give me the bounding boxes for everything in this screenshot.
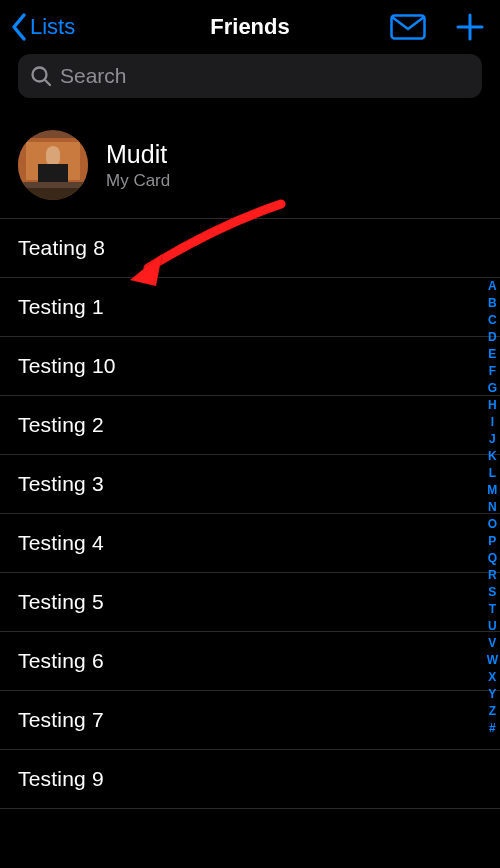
list-item[interactable]: Testing 1 [0,278,500,337]
mail-icon[interactable] [390,14,426,40]
index-letter[interactable]: P [488,533,496,550]
list-item[interactable]: Testing 9 [0,750,500,809]
index-letter[interactable]: F [489,363,496,380]
index-letter[interactable]: C [488,312,497,329]
index-letter[interactable]: J [489,431,496,448]
contact-name: Testing 6 [18,649,482,673]
index-letter[interactable]: W [487,652,498,669]
list-item[interactable]: Testing 2 [0,396,500,455]
list-item[interactable]: Teating 8 [0,219,500,278]
list-item[interactable]: Testing 3 [0,455,500,514]
contact-name: Testing 7 [18,708,482,732]
contact-name: Testing 1 [18,295,482,319]
search-icon [30,65,52,87]
my-card-text: Mudit My Card [106,140,170,191]
contact-list: Teating 8 Testing 1 Testing 10 Testing 2… [0,219,500,809]
index-letter[interactable]: V [488,635,496,652]
index-letter[interactable]: Z [489,703,496,720]
index-letter[interactable]: O [488,516,497,533]
index-letter[interactable]: A [488,278,497,295]
index-letter[interactable]: M [487,482,497,499]
avatar [18,130,88,200]
index-letter[interactable]: T [489,601,496,618]
index-letter[interactable]: E [488,346,496,363]
index-letter[interactable]: U [488,618,497,635]
list-item[interactable]: Testing 6 [0,632,500,691]
navigation-bar: Lists Friends [0,0,500,54]
index-letter[interactable]: D [488,329,497,346]
nav-right [380,13,490,41]
nav-left: Lists [10,12,120,42]
search-input[interactable]: Search [18,54,482,98]
index-letter[interactable]: B [488,295,497,312]
index-letter[interactable]: H [488,397,497,414]
index-letter[interactable]: I [491,414,494,431]
index-letter[interactable]: S [488,584,496,601]
index-letter[interactable]: L [489,465,496,482]
plus-icon[interactable] [456,13,484,41]
contact-name: Testing 9 [18,767,482,791]
index-letter[interactable]: R [488,567,497,584]
svg-rect-5 [46,146,60,166]
search-placeholder: Search [60,64,127,88]
list-item[interactable]: Testing 10 [0,337,500,396]
index-letter[interactable]: G [488,380,497,397]
search-container: Search [0,54,500,108]
index-letter[interactable]: # [489,720,496,737]
contact-name: Testing 5 [18,590,482,614]
index-letter[interactable]: K [488,448,497,465]
svg-rect-7 [18,186,88,200]
alphabet-index[interactable]: A B C D E F G H I J K L M N O P Q R S T … [487,278,498,737]
contact-name: Testing 3 [18,472,482,496]
list-item[interactable]: Testing 7 [0,691,500,750]
back-button[interactable]: Lists [10,12,75,42]
svg-rect-8 [18,182,88,188]
index-letter[interactable]: Y [488,686,496,703]
list-item[interactable]: Testing 5 [0,573,500,632]
contact-name: Testing 2 [18,413,482,437]
page-title: Friends [210,14,289,40]
my-card-name: Mudit [106,140,170,169]
contact-name: Testing 4 [18,531,482,555]
index-letter[interactable]: Q [488,550,497,567]
contact-name: Teating 8 [18,236,482,260]
my-card-row[interactable]: Mudit My Card [0,108,500,219]
contact-name: Testing 10 [18,354,482,378]
back-label: Lists [30,14,75,40]
list-item[interactable]: Testing 4 [0,514,500,573]
my-card-subtitle: My Card [106,171,170,191]
chevron-left-icon [10,12,28,42]
index-letter[interactable]: X [488,669,496,686]
index-letter[interactable]: N [488,499,497,516]
